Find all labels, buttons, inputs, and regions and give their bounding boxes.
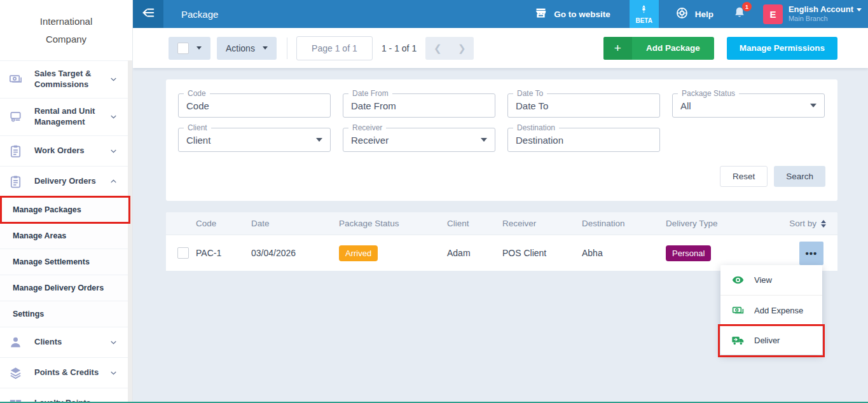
status-badge: Arrived <box>339 245 378 261</box>
sidebar-item-points-credits[interactable]: Points & Credits <box>0 357 132 388</box>
chevron-down-icon <box>263 46 268 50</box>
next-page-button[interactable]: ❯ <box>450 37 474 60</box>
menu-item-label: Add Expense <box>754 306 803 315</box>
cell-date: 03/04/2026 <box>251 248 339 258</box>
sidebar-item-label: Clients <box>34 337 109 348</box>
chevron-down-icon <box>109 369 118 377</box>
receiver-field-label: Receiver <box>348 123 386 132</box>
sidebar-item-settings[interactable]: Settings <box>0 301 132 327</box>
sidebar-item-manage-delivery-orders[interactable]: Manage Delivery Orders <box>0 275 132 301</box>
eye-icon <box>731 273 745 287</box>
sidebar-item-rental-unit[interactable]: Rental and Unit Management <box>0 98 132 135</box>
sidebar-item-sales-target[interactable]: Sales Target & Commissions <box>0 60 132 98</box>
packages-table: Code Date Package Status Client Receiver… <box>166 212 837 271</box>
sidebar-item-manage-areas[interactable]: Manage Areas <box>0 222 132 249</box>
chevron-down-icon <box>109 113 118 121</box>
destination-input[interactable] <box>516 135 652 146</box>
pagination: ❮ ❯ <box>425 37 474 60</box>
sidebar-item-label: Points & Credits <box>34 367 109 378</box>
package-status-value: All <box>680 100 691 111</box>
notification-badge: 1 <box>742 2 752 11</box>
account-menu[interactable]: E English Account Main Branch <box>763 4 862 24</box>
chevron-down-icon <box>481 138 487 142</box>
search-button[interactable]: Search <box>774 166 825 187</box>
destination-field-label: Destination <box>513 123 559 132</box>
go-to-website-link[interactable]: Go to website <box>534 6 610 22</box>
cell-client: Adam <box>447 248 502 258</box>
person-icon <box>8 335 24 350</box>
company-logo: International Company <box>0 0 132 60</box>
code-input[interactable] <box>186 100 322 111</box>
collapse-arrow-icon <box>141 6 155 22</box>
chevron-up-icon <box>109 177 118 186</box>
menu-item-deliver[interactable]: Deliver <box>720 325 822 355</box>
menu-item-view[interactable]: View <box>720 265 822 295</box>
help-link[interactable]: Help <box>675 6 713 22</box>
sidebar-item-label: Rental and Unit Management <box>34 106 109 128</box>
client-select[interactable]: Client Client <box>178 128 331 152</box>
notifications-button[interactable]: 1 <box>733 6 747 22</box>
client-value: Client <box>186 135 210 146</box>
receiver-select[interactable]: Receiver Receiver <box>343 128 495 152</box>
sort-by-control[interactable]: Sort by <box>785 219 837 228</box>
actions-label: Actions <box>226 43 255 53</box>
chevron-down-icon <box>810 104 816 107</box>
sidebar-item-delivery-orders[interactable]: Delivery Orders <box>0 166 132 196</box>
rocket-icon <box>639 4 649 17</box>
table-header-row: Code Date Package Status Client Receiver… <box>166 212 837 235</box>
date-to-input[interactable] <box>516 100 652 111</box>
menu-item-label: Deliver <box>754 336 780 345</box>
help-label: Help <box>695 10 713 19</box>
column-header-delivery-type: Delivery Type <box>666 219 785 228</box>
date-from-input[interactable] <box>351 100 487 111</box>
sidebar-item-label: Work Orders <box>34 146 109 156</box>
submenu-label: Manage Delivery Orders <box>13 283 104 292</box>
avatar: E <box>763 4 783 24</box>
chevron-down-icon <box>109 338 118 346</box>
chevron-down-icon <box>109 75 118 83</box>
package-status-label: Package Status <box>678 89 739 98</box>
destination-field: Destination <box>507 128 660 152</box>
sidebar-item-manage-packages[interactable]: Manage Packages <box>0 196 132 222</box>
chevron-down-icon <box>196 46 202 50</box>
submenu-label: Settings <box>13 310 44 318</box>
row-checkbox[interactable] <box>177 247 189 259</box>
account-branch: Main Branch <box>789 15 862 24</box>
package-status-select[interactable]: Package Status All <box>672 93 825 118</box>
chevron-down-icon <box>109 147 118 155</box>
code-field: Code <box>178 93 331 118</box>
column-header-package-status: Package Status <box>339 219 447 228</box>
beta-button[interactable]: BETA <box>630 0 659 28</box>
collapse-sidebar-button[interactable] <box>133 0 163 28</box>
column-header-receiver: Receiver <box>502 219 582 228</box>
submenu-label: Manage Areas <box>13 231 66 240</box>
sidebar-scrollbar[interactable] <box>128 60 132 403</box>
row-more-actions-button[interactable]: ••• <box>799 242 823 265</box>
go-to-website-label: Go to website <box>554 10 610 19</box>
plus-icon: + <box>603 37 632 60</box>
column-header-code: Code <box>196 219 251 228</box>
manage-permissions-button[interactable]: Manage Permissions <box>727 37 837 60</box>
sidebar-item-loyalty-points[interactable]: Loyalty Points <box>0 388 132 403</box>
add-package-label: Add Package <box>632 43 714 53</box>
sidebar-item-clients[interactable]: Clients <box>0 327 132 357</box>
add-package-button[interactable]: + Add Package <box>603 37 714 60</box>
menu-item-add-expense[interactable]: Add Expense <box>720 295 822 325</box>
clipboard-icon <box>8 174 24 189</box>
money-icon <box>8 72 24 86</box>
page-indicator[interactable]: Page 1 of 1 <box>296 36 373 60</box>
bell-icon <box>733 11 747 22</box>
select-all-checkbox[interactable] <box>177 43 189 54</box>
range-indicator: 1 - 1 of 1 <box>382 43 417 53</box>
select-all-dropdown[interactable] <box>169 37 210 60</box>
reset-button[interactable]: Reset <box>720 166 768 187</box>
sidebar-item-label: Delivery Orders <box>34 176 109 187</box>
sidebar-item-manage-settlements[interactable]: Manage Settlements <box>0 249 132 275</box>
sidebar-item-work-orders[interactable]: Work Orders <box>0 135 132 166</box>
rental-unit-icon <box>8 109 24 124</box>
code-field-label: Code <box>184 89 210 98</box>
sidebar: International Company Sales Target & Com… <box>0 0 133 403</box>
top-header: Package Go to website BETA Help 1 <box>133 0 868 28</box>
prev-page-button[interactable]: ❮ <box>425 37 450 60</box>
actions-dropdown[interactable]: Actions <box>217 37 277 60</box>
